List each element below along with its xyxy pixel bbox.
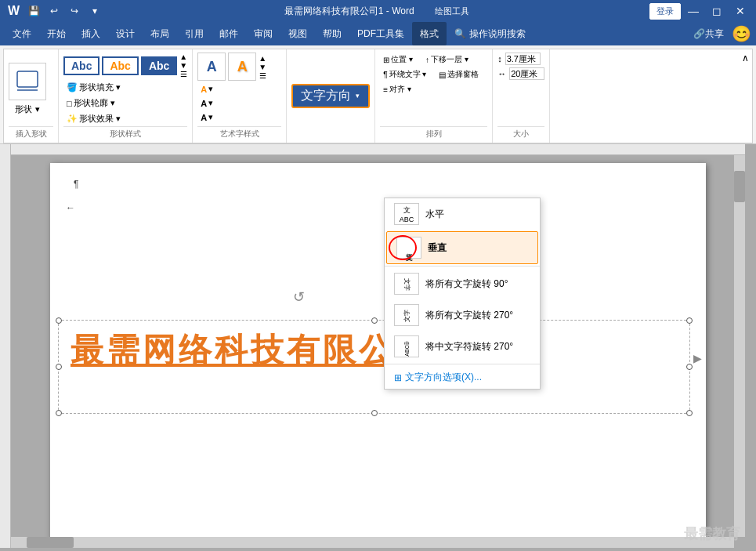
handle-tr[interactable] (686, 317, 693, 324)
dropdown-divider1 (385, 266, 540, 266)
menu-file[interactable]: 文件 (5, 22, 39, 45)
width-control: ↔ (497, 67, 544, 80)
text-fill-btn[interactable]: A ▾ (197, 82, 266, 96)
text-effect-btn[interactable]: A ▾ (197, 111, 266, 124)
group-shape-styles: Abc Abc Abc ▲ ▼ ☰ 🪣 形状填充 ▾ □ 形状轮廓 ▾ (59, 49, 193, 143)
close-button[interactable]: ✕ (729, 0, 751, 22)
dropdown-chinese270[interactable]: 中ABC 将中文字符旋转 270° (385, 331, 540, 362)
dropdown-divider2 (385, 364, 540, 364)
redo-quick-btn[interactable]: ↪ (65, 2, 84, 20)
handle-bl[interactable] (56, 410, 62, 416)
main-area: ¶ ← ↺ 最需网络科技有限公司 (0, 144, 756, 551)
handle-br[interactable] (686, 410, 693, 416)
handle-mr[interactable] (686, 364, 693, 370)
shape-gallery[interactable] (9, 63, 46, 100)
chinese270-label: 将中文字符旋转 270° (425, 340, 513, 353)
menu-format[interactable]: 格式 (412, 22, 447, 45)
style-down[interactable]: ▼ (179, 61, 187, 70)
style-up[interactable]: ▲ (179, 53, 187, 61)
text-direction-button[interactable]: 文字方向 ▼ (291, 84, 370, 108)
restore-button[interactable]: ◻ (706, 0, 728, 22)
width-input[interactable] (509, 67, 544, 80)
position-btn[interactable]: ⊞ 位置 ▾ (380, 53, 416, 67)
shape-style-abc1[interactable]: Abc (63, 56, 99, 75)
height-input[interactable] (505, 53, 541, 65)
art-style-a2[interactable]: A (228, 53, 256, 81)
dropdown-horizontal[interactable]: 文ABC 水平 (385, 198, 540, 230)
login-button[interactable]: 登录 (649, 3, 681, 20)
dropdown-options[interactable]: ⊞ 文字方向选项(X)... (385, 366, 540, 389)
title-bar-left: W 💾 ↩ ↪ ▾ (0, 2, 104, 20)
ribbon-collapse-btn[interactable]: ∧ (742, 53, 749, 63)
art-up[interactable]: ▲ (259, 54, 266, 63)
group-art-styles: A A ▲ ▼ ☰ A ▾ A ▾ A ▾ (193, 49, 287, 143)
dropdown-rotate270[interactable]: 文字 将所有文字旋转 270° (385, 299, 540, 331)
textbox-container[interactable]: 最需网络科技有限公司 (58, 320, 690, 414)
scrollbar-hthumb[interactable] (27, 537, 74, 548)
handle-tm[interactable] (371, 317, 378, 324)
group-art-styles-label: 艺术字样式 (197, 126, 281, 140)
scrollbar-horizontal[interactable] (11, 537, 734, 548)
menu-share[interactable]: 🔗 共享 (685, 22, 732, 45)
scrollbar-vertical[interactable] (734, 155, 745, 537)
menu-help[interactable]: 帮助 (315, 22, 349, 45)
title-bar-right: 登录 — ◻ ✕ (649, 0, 756, 22)
text-effect-icon: A (201, 113, 207, 122)
menu-bar: 文件 开始 插入 设计 布局 引用 邮件 审阅 视图 帮助 PDF工具集 格式 … (0, 22, 756, 45)
rotate-handle[interactable]: ↺ (293, 288, 305, 306)
handle-ml[interactable] (56, 364, 62, 370)
customize-quick-btn[interactable]: ▾ (85, 2, 104, 20)
menu-pdf[interactable]: PDF工具集 (349, 22, 412, 45)
share-icon: 🔗 (693, 28, 705, 39)
art-down[interactable]: ▼ (259, 63, 266, 71)
menu-layout[interactable]: 布局 (143, 22, 177, 45)
doc-area: ¶ ← ↺ 最需网络科技有限公司 (0, 144, 756, 551)
shape-style-abc2[interactable]: Abc (102, 56, 138, 75)
group-shape-styles-label: 形状样式 (63, 126, 187, 140)
ribbon-content: 形状 ▾ 插入形状 Abc Abc Abc ▲ ▼ ☰ (3, 49, 753, 143)
word-icon: W (5, 4, 23, 18)
dropdown-vertical[interactable]: 竖文 垂直 (386, 231, 538, 264)
menu-view[interactable]: 视图 (280, 22, 315, 45)
text-outline-btn[interactable]: A ▾ (197, 96, 266, 110)
options-icon: ⊞ (394, 372, 402, 383)
shape-effect-btn[interactable]: ✨ 形状效果 ▾ (63, 111, 124, 126)
minimize-button[interactable]: — (682, 0, 704, 22)
menu-review[interactable]: 审阅 (246, 22, 280, 45)
art-style-a[interactable]: A (197, 53, 226, 81)
undo-quick-btn[interactable]: ↩ (45, 2, 63, 20)
text-direction-dropdown: 文ABC 水平 竖文 垂直 文字 将所有文字旋转 90° (384, 198, 541, 390)
handle-tl[interactable] (56, 317, 62, 324)
shape-style-abc3[interactable]: Abc (141, 56, 177, 75)
outline-icon: □ (67, 99, 72, 108)
para-mark: ¶ (74, 179, 78, 190)
shape-outline-btn[interactable]: □ 形状轮廓 ▾ (63, 96, 124, 111)
handle-bm[interactable] (371, 410, 378, 416)
vertical-label: 垂直 (428, 241, 447, 255)
selection-pane-icon: ▤ (439, 71, 446, 79)
document-page: ¶ ← ↺ 最需网络科技有限公司 (50, 163, 706, 540)
menu-reference[interactable]: 引用 (177, 22, 212, 45)
menu-design[interactable]: 设计 (108, 22, 143, 45)
bring-forward-icon: ↑ (425, 56, 429, 64)
scrollbar-thumb[interactable] (734, 171, 745, 202)
save-quick-btn[interactable]: 💾 (24, 2, 43, 20)
shape-btn[interactable]: 形状 ▾ (12, 102, 42, 117)
bring-forward-btn[interactable]: ↑ 下移一层 ▾ (422, 53, 472, 67)
menu-mail[interactable]: 邮件 (212, 22, 246, 45)
selection-pane-btn[interactable]: ▤ 选择窗格 (436, 67, 482, 82)
menu-insert[interactable]: 插入 (74, 22, 108, 45)
style-arrows: ▲ ▼ ☰ (179, 53, 187, 78)
art-more[interactable]: ☰ (259, 71, 266, 80)
style-more[interactable]: ☰ (179, 70, 187, 78)
dropdown-rotate90[interactable]: 文字 将所有文字旋转 90° (385, 268, 540, 299)
text-a-icon: A (201, 85, 207, 94)
menu-search[interactable]: 🔍 操作说明搜索 (447, 22, 534, 45)
page-container: ¶ ← ↺ 最需网络科技有限公司 (11, 155, 745, 548)
wrap-text-btn[interactable]: ¶ 环绕文字 ▾ (380, 67, 429, 82)
shape-fill-btn[interactable]: 🪣 形状填充 ▾ (63, 80, 124, 95)
rotate270-label: 将所有文字旋转 270° (425, 309, 513, 322)
menu-start[interactable]: 开始 (39, 22, 74, 45)
align-btn[interactable]: ≡ 对齐 ▾ (380, 82, 414, 96)
art-arrows: ▲ ▼ ☰ (259, 54, 266, 80)
